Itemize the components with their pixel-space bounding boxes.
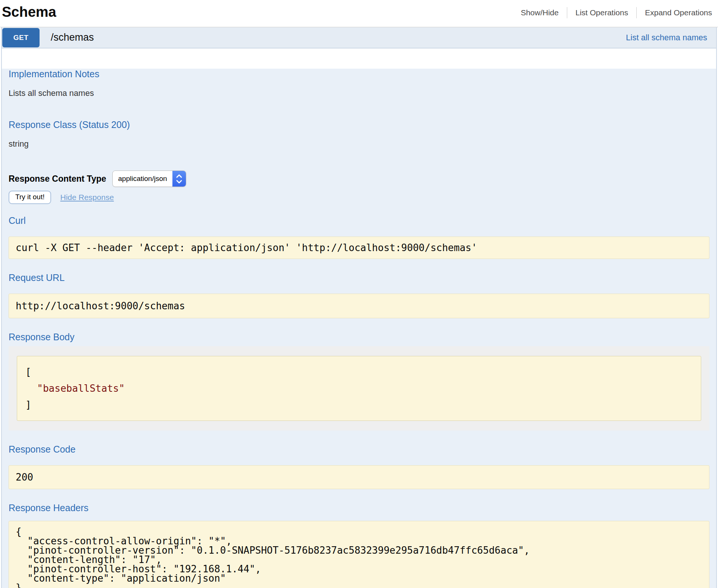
response-code-value: 200: [9, 465, 709, 489]
nav-separator: [567, 7, 567, 18]
top-header: Schema Show/Hide List Operations Expand …: [0, 0, 718, 27]
try-row: Try it out! Hide Response: [9, 191, 709, 204]
response-body-json: [ "baseballStats" ]: [17, 356, 701, 421]
json-open-bracket: [: [25, 366, 31, 378]
select-stepper-icon: [172, 171, 186, 187]
expand-operations-link[interactable]: Expand Operations: [645, 8, 712, 17]
curl-command: curl -X GET --header 'Accept: applicatio…: [9, 237, 709, 259]
swagger-page: Schema Show/Hide List Operations Expand …: [0, 0, 718, 588]
response-content-type-row: Response Content Type application/json: [9, 171, 709, 187]
page-title: Schema: [2, 4, 56, 20]
response-headers-heading: Response Headers: [9, 503, 709, 513]
curl-heading: Curl: [9, 215, 709, 226]
top-navigation: Show/Hide List Operations Expand Operati…: [521, 7, 712, 18]
json-string-value: "baseballStats": [37, 383, 125, 394]
endpoint-heading-bar: GET /schemas List all schema names: [2, 27, 716, 49]
endpoint-summary-link[interactable]: List all schema names: [626, 33, 707, 43]
response-class-heading: Response Class (Status 200): [9, 119, 709, 130]
http-method-badge[interactable]: GET: [2, 28, 40, 47]
list-operations-link[interactable]: List Operations: [575, 8, 628, 17]
nav-separator: [636, 7, 637, 18]
endpoint-path-link[interactable]: /schemas: [51, 32, 94, 43]
request-url-value: http://localhost:9000/schemas: [9, 294, 709, 318]
request-url-heading: Request URL: [9, 272, 709, 283]
implementation-notes-heading: Implementation Notes: [9, 69, 709, 79]
try-it-out-button[interactable]: Try it out!: [9, 191, 51, 204]
response-code-heading: Response Code: [9, 444, 709, 455]
implementation-notes-text: Lists all schema names: [9, 88, 709, 98]
response-content-type-select[interactable]: application/json: [112, 171, 186, 187]
select-selected-value: application/json: [118, 175, 167, 183]
response-body-wrapper: [ "baseballStats" ]: [9, 346, 709, 431]
endpoint-content: Implementation Notes Lists all schema na…: [2, 69, 716, 588]
response-class-text: string: [9, 139, 709, 149]
response-body-heading: Response Body: [9, 332, 709, 343]
response-headers-json: { "access-control-allow-origin": "*", "p…: [9, 521, 709, 588]
response-content-type-label: Response Content Type: [9, 174, 106, 184]
hide-response-link[interactable]: Hide Response: [60, 193, 114, 202]
endpoint-panel: GET /schemas List all schema names Imple…: [1, 27, 717, 588]
show-hide-link[interactable]: Show/Hide: [521, 8, 559, 17]
json-close-bracket: ]: [25, 399, 31, 410]
